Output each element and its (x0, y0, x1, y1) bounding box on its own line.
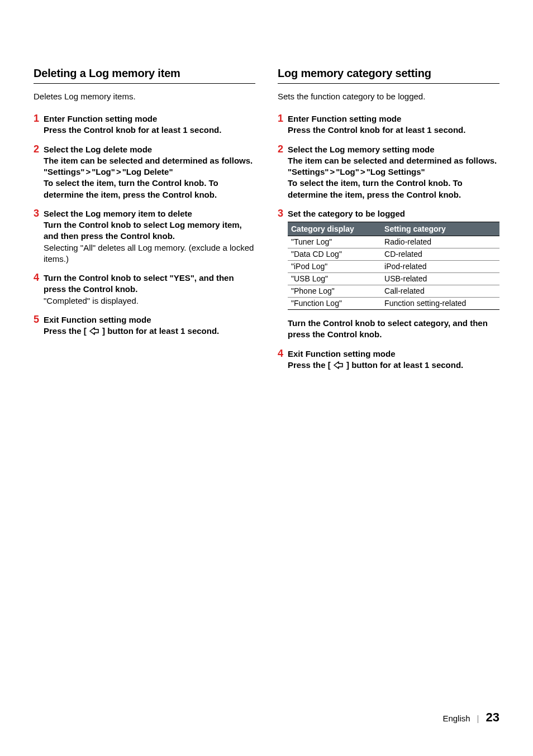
step-note: Selecting "All" deletes all Log memory. … (44, 242, 255, 265)
step-number: 3 (34, 208, 44, 265)
table-row: "Function Log"Function setting-related (288, 298, 499, 310)
step-body: Set the category to be logged Category d… (288, 208, 499, 341)
table-row: "iPod Log"iPod-related (288, 261, 499, 273)
step-3: 3 Set the category to be logged Category… (278, 208, 499, 341)
path-separator: > (329, 167, 336, 176)
table-row: "Data CD Log"CD-related (288, 248, 499, 261)
category-table: Category display Setting category "Tuner… (288, 222, 499, 310)
footer-page-number: 23 (486, 710, 499, 725)
page-footer: English | 23 (442, 710, 499, 725)
back-icon (89, 327, 100, 335)
left-column: Deleting a Log memory item Deletes Log m… (34, 67, 255, 379)
step-4: 4 Turn the Control knob to select "YES",… (34, 272, 255, 307)
table-cell: "Function Log" (288, 298, 381, 310)
table-cell: "Phone Log" (288, 285, 381, 298)
step-number: 3 (278, 208, 288, 341)
step-heading: Set the category to be logged (288, 208, 499, 219)
intro-text: Sets the function category to be logged. (278, 92, 499, 101)
table-cell: "Tuner Log" (288, 236, 381, 248)
step-body: Turn the Control knob to select "YES", a… (44, 272, 255, 307)
table-cell: Radio-related (381, 236, 499, 248)
table-cell: "Data CD Log" (288, 248, 381, 261)
back-icon (333, 361, 344, 369)
path-part: "Settings" (44, 167, 84, 176)
table-header-row: Category display Setting category (288, 222, 499, 236)
table-cell: Call-related (381, 285, 499, 298)
path-separator: > (84, 167, 92, 176)
step-instruction: Press the Control knob for at least 1 se… (44, 125, 255, 136)
step-1: 1 Enter Function setting mode Press the … (34, 113, 255, 136)
step-1: 1 Enter Function setting mode Press the … (278, 113, 499, 136)
step-body: Select the Log memory setting mode The i… (288, 144, 499, 200)
step-body: Enter Function setting mode Press the Co… (44, 113, 255, 136)
step-instruction: Press the [ ] button for at least 1 seco… (44, 326, 255, 337)
table-cell: Function setting-related (381, 298, 499, 310)
step-heading: Select the Log delete mode (44, 144, 255, 155)
step-body: Exit Function setting mode Press the [ ]… (44, 314, 255, 337)
table-cell: USB-related (381, 273, 499, 285)
text-prefix: Press the [ (288, 360, 333, 370)
step-instruction: Press the [ ] button for at least 1 seco… (288, 360, 499, 371)
path-separator: > (115, 167, 122, 176)
table-row: "USB Log"USB-related (288, 273, 499, 285)
step-instruction: Turn the Control knob to select Log memo… (44, 219, 255, 242)
path-part: "Settings" (288, 167, 329, 176)
path-part: "Log" (92, 167, 115, 176)
step-number: 4 (278, 348, 288, 371)
step-instruction: The item can be selected and determined … (288, 155, 499, 166)
step-instruction: Turn the Control knob to select category… (288, 318, 499, 341)
step-body: Select the Log memory item to delete Tur… (44, 208, 255, 265)
section-title-category: Log memory category setting (278, 67, 499, 84)
path-part: "Log Delete" (122, 167, 173, 176)
step-body: Exit Function setting mode Press the [ ]… (288, 348, 499, 371)
step-number: 5 (34, 314, 44, 337)
right-column: Log memory category setting Sets the fun… (278, 67, 499, 379)
step-number: 1 (34, 113, 44, 136)
intro-text: Deletes Log memory items. (34, 92, 255, 101)
step-instruction: The item can be selected and determined … (44, 155, 255, 166)
step-heading: Enter Function setting mode (44, 113, 255, 125)
step-note: "Completed" is displayed. (44, 295, 255, 307)
footer-language: English (442, 714, 470, 723)
table-cell: iPod-related (381, 261, 499, 273)
table-cell: CD-related (381, 248, 499, 261)
step-number: 2 (278, 144, 288, 200)
footer-divider: | (477, 714, 479, 723)
section-title-deleting: Deleting a Log memory item (34, 67, 255, 84)
table-row: "Tuner Log"Radio-related (288, 236, 499, 248)
text-suffix: ] button for at least 1 second. (344, 360, 463, 370)
menu-path: "Settings">"Log">"Log Settings" (288, 166, 499, 178)
step-heading: Select the Log memory item to delete (44, 208, 255, 219)
step-heading: Exit Function setting mode (288, 348, 499, 360)
path-separator: > (359, 167, 367, 176)
step-3: 3 Select the Log memory item to delete T… (34, 208, 255, 265)
text-prefix: Press the [ (44, 326, 89, 336)
step-heading: Select the Log memory setting mode (288, 144, 499, 155)
step-instruction: To select the item, turn the Control kno… (288, 178, 499, 200)
step-number: 1 (278, 113, 288, 136)
step-5: 5 Exit Function setting mode Press the [… (34, 314, 255, 337)
menu-path: "Settings">"Log">"Log Delete" (44, 166, 255, 178)
step-heading: Turn the Control knob to select "YES", a… (44, 272, 255, 295)
table-header: Setting category (381, 222, 499, 236)
step-2: 2 Select the Log delete mode The item ca… (34, 144, 255, 200)
path-part: "Log Settings" (367, 167, 425, 176)
path-part: "Log" (336, 167, 359, 176)
step-2: 2 Select the Log memory setting mode The… (278, 144, 499, 200)
step-heading: Exit Function setting mode (44, 314, 255, 326)
table-row: "Phone Log"Call-related (288, 285, 499, 298)
table-header: Category display (288, 222, 381, 236)
table-cell: "USB Log" (288, 273, 381, 285)
page-content: Deleting a Log memory item Deletes Log m… (0, 0, 533, 379)
table-cell: "iPod Log" (288, 261, 381, 273)
step-body: Select the Log delete mode The item can … (44, 144, 255, 200)
step-instruction: To select the item, turn the Control kno… (44, 178, 255, 200)
text-suffix: ] button for at least 1 second. (100, 326, 219, 336)
step-4: 4 Exit Function setting mode Press the [… (278, 348, 499, 371)
step-instruction: Press the Control knob for at least 1 se… (288, 125, 499, 136)
step-number: 2 (34, 144, 44, 200)
step-heading: Enter Function setting mode (288, 113, 499, 125)
step-body: Enter Function setting mode Press the Co… (288, 113, 499, 136)
step-number: 4 (34, 272, 44, 307)
